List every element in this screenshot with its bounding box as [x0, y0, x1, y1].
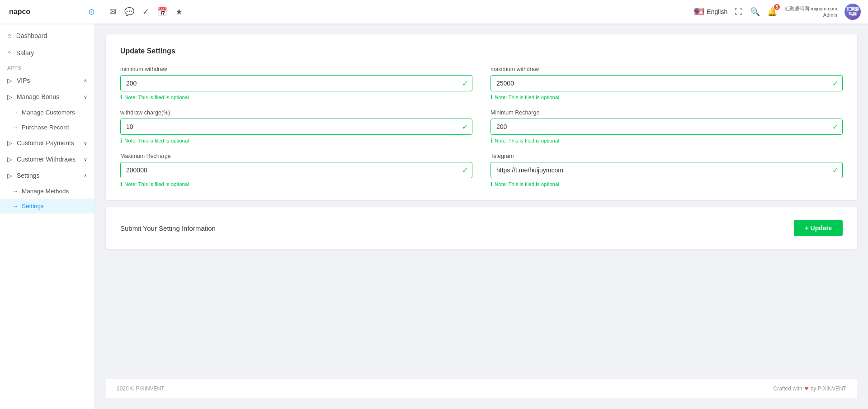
footer-crafted-suffix: by PIXINVENT [811, 385, 846, 392]
footer-copyright: 2020 © PIXINVENT [117, 385, 165, 392]
input-wrapper-max-withdraw: ✓ [491, 75, 843, 91]
sidebar-label-vips: VIPs [17, 77, 30, 84]
sidebar-label-settings-sub: Settings [22, 203, 44, 209]
settings-icon[interactable]: ⊙ [88, 7, 95, 17]
label-min-withdraw: minimum withdraw [120, 66, 472, 72]
info-icon-max-recharge: ℹ [120, 181, 123, 187]
home-icon-salary: ⌂ [7, 49, 12, 57]
note-withdraw-charge: ℹ Note: This is filed is optional [120, 138, 472, 144]
input-min-recharge[interactable] [491, 119, 843, 135]
label-max-withdraw: maximum withdraw [491, 66, 843, 72]
note-telegram: ℹ Note: This is filed is optional [491, 181, 843, 187]
check-icon[interactable]: ✓ [142, 7, 149, 17]
chevron-right-icon-payments: ▷ [7, 139, 12, 147]
input-max-recharge[interactable] [120, 162, 472, 178]
input-wrapper-telegram: ✓ [491, 162, 843, 178]
footer: 2020 © PIXINVENT Crafted with ❤ by PIXIN… [106, 379, 857, 398]
note-max-recharge: ℹ Note: This is filed is optional [120, 181, 472, 187]
topnav-right: 🇺🇸 English ⛶ 🔍 🔔 5 汇聚源码网huijuym.com Admi… [694, 4, 861, 20]
update-button[interactable]: + Update [794, 220, 843, 236]
home-icon: ⌂ [7, 32, 12, 40]
input-min-withdraw[interactable] [120, 75, 472, 91]
sidebar-label-manage-customers: Manage Customers [22, 109, 75, 116]
sidebar-item-manage-bonus[interactable]: ▷ Manage Bonus ∨ [0, 89, 94, 105]
note-max-withdraw: ℹ Note: This is filed is optional [491, 94, 843, 100]
brand-name: napco [9, 8, 30, 16]
chevron-down-icon-vips: ∧ [84, 78, 87, 84]
sidebar-item-settings-sub[interactable]: → Settings [0, 199, 94, 214]
sidebar-label-settings-group: Settings [17, 172, 40, 179]
info-icon-withdraw-charge: ℹ [120, 138, 123, 144]
sidebar-item-vips[interactable]: ▷ VIPs ∧ [0, 72, 94, 89]
chat-icon[interactable]: 💬 [124, 7, 134, 17]
note-min-withdraw: ℹ Note: This is filed is optional [120, 94, 472, 100]
site-info: 汇聚源码网huijuym.com Admin [784, 5, 837, 19]
check-icon-max-recharge: ✓ [462, 166, 468, 175]
check-icon-withdraw-charge: ✓ [462, 123, 468, 131]
site-role: Admin [823, 12, 837, 18]
label-withdraw-charge: withdraw charge(%) [120, 109, 472, 116]
check-icon-min-withdraw: ✓ [462, 79, 468, 88]
sidebar-label-customer-payments: Customer Payments [17, 139, 74, 147]
sidebar-item-settings-group[interactable]: ▷ Settings ∧ [0, 167, 94, 184]
form-group-telegram: Telegram ✓ ℹ Note: This is filed is opti… [491, 153, 843, 187]
check-icon-telegram: ✓ [832, 166, 838, 175]
chevron-down-icon-payments: ∨ [84, 140, 87, 146]
info-icon-telegram: ℹ [491, 181, 493, 187]
fullscreen-icon[interactable]: ⛶ [735, 7, 743, 17]
form-group-withdraw-charge: withdraw charge(%) ✓ ℹ Note: This is fil… [120, 109, 472, 144]
mail-icon[interactable]: ✉ [109, 7, 116, 17]
sidebar-label-dashboard: Dashboard [16, 32, 47, 39]
input-wrapper-min-withdraw: ✓ [120, 75, 472, 91]
topnav: napco ⊙ ✉ 💬 ✓ 📅 ★ 🇺🇸 English ⛶ 🔍 🔔 5 汇聚源… [0, 0, 868, 24]
check-icon-max-withdraw: ✓ [832, 79, 838, 88]
sidebar-label-salary: Salary [16, 49, 34, 57]
avatar[interactable]: 汇聚源码网 [844, 4, 861, 20]
input-telegram[interactable] [491, 162, 843, 178]
form-group-max-withdraw: maximum withdraw ✓ ℹ Note: This is filed… [491, 66, 843, 100]
sidebar-label-manage-methods: Manage Methods [22, 188, 69, 195]
topnav-icons: ✉ 💬 ✓ 📅 ★ [109, 7, 183, 17]
input-max-withdraw[interactable] [491, 75, 843, 91]
footer-crafted-prefix: Crafted with [774, 385, 802, 392]
sidebar-item-manage-customers[interactable]: → Manage Customers [0, 105, 94, 120]
notification-bell[interactable]: 🔔 5 [767, 7, 777, 17]
footer-right: Crafted with ❤ by PIXINVENT [774, 385, 846, 392]
sidebar-label-manage-bonus: Manage Bonus [17, 93, 59, 100]
sidebar-item-customer-payments[interactable]: ▷ Customer Payments ∨ [0, 135, 94, 151]
star-icon[interactable]: ★ [175, 7, 183, 17]
submit-card: Submit Your Setting Information + Update [106, 207, 857, 249]
note-min-recharge: ℹ Note: This is filed is optional [491, 138, 843, 144]
submit-label: Submit Your Setting Information [120, 224, 216, 232]
calendar-icon[interactable]: 📅 [157, 7, 167, 17]
sidebar-item-salary[interactable]: ⌂ Salary [0, 44, 94, 62]
language-selector[interactable]: 🇺🇸 English [694, 7, 727, 17]
chevron-right-icon-withdraws: ▷ [7, 156, 12, 163]
label-telegram: Telegram [491, 153, 843, 159]
sidebar-item-dashboard[interactable]: ⌂ Dashboard [0, 27, 94, 44]
input-wrapper-withdraw-charge: ✓ [120, 119, 472, 135]
info-icon-min-recharge: ℹ [491, 138, 493, 144]
sidebar-item-customer-withdraws[interactable]: ▷ Customer Withdraws ∨ [0, 151, 94, 167]
search-icon[interactable]: 🔍 [750, 7, 760, 17]
chevron-right-icon-settings: ▷ [7, 172, 12, 179]
notification-count: 5 [774, 4, 780, 10]
chevron-down-icon-withdraws: ∨ [84, 157, 87, 162]
heart-icon: ❤ [804, 385, 809, 392]
label-min-recharge: Minimum Recharge [491, 109, 843, 116]
arrow-icon-settings-sub: → [13, 203, 18, 209]
input-withdraw-charge[interactable] [120, 119, 472, 135]
info-icon-max-withdraw: ℹ [491, 94, 493, 100]
update-settings-card: Update Settings minimum withdraw ✓ ℹ Not… [106, 34, 857, 200]
arrow-icon-methods: → [13, 188, 18, 195]
input-wrapper-max-recharge: ✓ [120, 162, 472, 178]
sidebar-item-manage-methods[interactable]: → Manage Methods [0, 184, 94, 199]
site-name: 汇聚源码网huijuym.com [784, 5, 837, 12]
chevron-down-icon-settings: ∧ [84, 173, 87, 179]
label-max-recharge: Maximum Recharge [120, 153, 472, 159]
sidebar-label-customer-withdraws: Customer Withdraws [17, 156, 75, 163]
chevron-right-icon-bonus: ▷ [7, 93, 12, 100]
sidebar-item-purchase-record[interactable]: → Purchase Record [0, 120, 94, 135]
info-icon-min-withdraw: ℹ [120, 94, 123, 100]
chevron-down-icon-bonus: ∨ [84, 94, 87, 100]
